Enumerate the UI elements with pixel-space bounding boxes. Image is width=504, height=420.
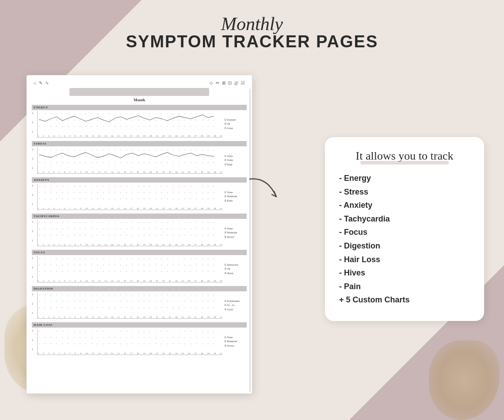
svg-point-49 [144,119,145,120]
svg-point-300 [161,222,162,223]
svg-point-360 [149,235,150,236]
svg-point-387 [126,258,127,259]
svg-point-587 [208,331,209,332]
svg-point-601 [109,337,110,338]
svg-point-176 [161,162,162,163]
svg-point-238 [161,192,162,193]
svg-point-162 [80,162,80,163]
svg-point-646 [190,344,191,344]
svg-point-370 [208,235,209,236]
svg-point-5 [68,113,69,114]
svg-point-529 [50,307,51,308]
chart-y-labels-focus: 321 [32,256,37,283]
legend-item: ① None [224,154,245,159]
svg-point-403 [39,264,40,265]
svg-point-622 [50,344,51,344]
chart-legend-tachycardia: ① None② Moderate③ Severe [222,220,247,246]
svg-point-15 [126,113,127,114]
svg-point-366 [184,235,185,236]
svg-point-12 [109,113,110,114]
svg-point-136 [109,156,110,157]
svg-point-152 [202,156,203,157]
svg-point-77 [126,126,127,127]
svg-point-381 [91,258,92,259]
svg-point-573 [126,331,127,332]
svg-point-16 [132,113,133,114]
svg-point-297 [144,222,145,223]
toolbar-left: ⌂ ✎ ∿ [34,80,49,85]
svg-point-448 [120,271,121,272]
svg-point-609 [155,337,156,338]
svg-point-562 [62,331,63,332]
svg-point-472 [80,294,80,295]
svg-point-272 [179,199,179,199]
svg-point-309 [214,222,214,223]
svg-point-193 [80,186,80,187]
charts-container: ENERGY3211234567891011121314151617181920… [32,105,247,355]
svg-point-569 [103,331,104,332]
svg-point-486 [161,294,162,295]
svg-point-617 [202,337,203,338]
svg-point-636 [132,344,133,344]
svg-point-65 [56,126,57,127]
legend-item: ① Distracted [224,263,245,267]
svg-point-221 [62,192,63,193]
svg-point-589 [39,337,40,338]
svg-point-89 [196,126,197,127]
svg-point-129 [68,156,69,157]
svg-point-224 [80,192,80,193]
svg-point-409 [74,264,75,265]
svg-point-266 [144,199,145,199]
svg-point-407 [62,264,63,265]
svg-point-588 [214,331,214,332]
chart-header-hair-loss: HAIR LOSS [32,322,247,328]
water-icon: ◇ [210,80,213,85]
chart-x-labels-stress: 1234567891011121314151617181920212223242… [38,166,222,173]
doc-scrollbar [249,88,251,392]
chart-grid-tachycardia: 1234567891011121314151617181920212223242… [37,220,222,246]
svg-point-626 [74,344,75,344]
svg-point-231 [120,192,121,193]
svg-point-157 [50,162,51,163]
svg-point-283 [62,222,63,223]
chart-x-labels-digestion: 1234567891011121314151617181920212223242… [38,311,222,318]
svg-point-564 [74,331,75,332]
svg-point-253 [68,199,69,199]
track-list-item: - Digestion [339,239,470,253]
svg-point-499 [56,301,57,302]
svg-point-167 [109,162,110,163]
svg-point-356 [126,235,127,236]
month-bar [69,88,209,96]
svg-point-239 [167,192,168,193]
svg-point-116 [173,149,174,150]
chart-dots-focus [38,256,222,274]
svg-point-379 [80,258,80,259]
at-icon: @ [234,80,238,85]
svg-point-624 [62,344,63,344]
svg-point-490 [184,294,185,295]
svg-point-55 [179,119,179,120]
svg-point-549 [167,307,168,308]
legend-item: ③ Severe [224,344,245,348]
svg-point-391 [149,258,150,259]
svg-point-334 [179,228,179,229]
svg-point-551 [179,307,179,308]
svg-point-282 [56,222,57,223]
svg-point-227 [97,192,98,193]
svg-point-592 [56,337,57,338]
svg-point-608 [149,337,150,338]
svg-point-118 [184,149,185,150]
svg-point-336 [190,228,191,229]
svg-point-195 [91,186,92,187]
svg-point-521 [184,301,185,302]
svg-point-553 [190,307,191,308]
svg-point-9 [91,113,92,114]
chart-section-focus: FOCUS32112345678910111213141516171819202… [32,250,247,283]
svg-point-351 [97,235,98,236]
svg-point-494 [208,294,209,295]
svg-point-330 [155,228,156,229]
svg-point-635 [126,344,127,344]
legend-item: ③ Great [224,126,245,131]
arrow-decoration [245,175,285,210]
svg-point-416 [115,264,115,265]
